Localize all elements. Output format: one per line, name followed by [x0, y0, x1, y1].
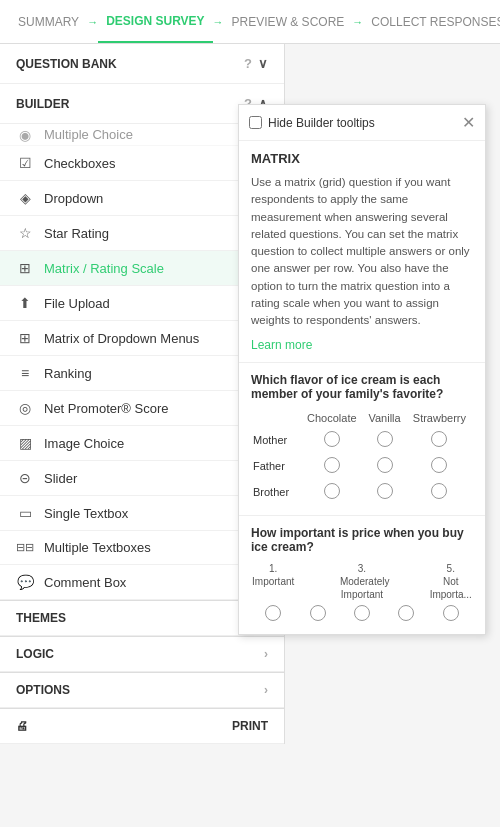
tooltip-body: MATRIX Use a matrix (grid) question if y…	[239, 141, 485, 362]
rating-col-1: 1. Important	[251, 562, 295, 601]
nav-collect[interactable]: COLLECT RESPONSES	[363, 15, 500, 29]
file-upload-icon: ⬆	[16, 295, 34, 311]
sidebar-item-label: Matrix / Rating Scale	[44, 261, 164, 276]
rating-col-5-num: 5.	[429, 562, 473, 575]
question-mark-icon: ?	[244, 56, 252, 71]
multiple-textboxes-icon: ⊟⊟	[16, 541, 34, 554]
nav-arrow-1: →	[87, 16, 98, 28]
nav-arrow-2: →	[213, 16, 224, 28]
options-section[interactable]: OPTIONS ›	[0, 672, 284, 708]
tooltip-description: Use a matrix (grid) question if you want…	[251, 174, 473, 329]
table-row: Mother	[251, 427, 473, 453]
tooltip-header: Hide Builder tooltips ✕	[239, 105, 485, 141]
rating-col-2	[296, 562, 340, 601]
rating-col-3: 3. Moderately Important	[340, 562, 384, 601]
radio-father-straw[interactable]	[431, 457, 447, 473]
matrix-dropdown-icon: ⊞	[16, 330, 34, 346]
print-section[interactable]: 🖨 PRINT	[0, 708, 284, 744]
nav-arrow-3: →	[352, 16, 363, 28]
top-nav: SUMMARY → DESIGN SURVEY → PREVIEW & SCOR…	[0, 0, 500, 44]
sidebar-item-label: Comment Box	[44, 575, 126, 590]
hide-tooltips-checkbox[interactable]	[249, 116, 262, 129]
matrix-icon: ⊞	[16, 260, 34, 276]
nav-summary[interactable]: SUMMARY	[10, 15, 87, 29]
learn-more-link[interactable]: Learn more	[251, 338, 312, 352]
options-chevron-icon: ›	[264, 683, 268, 697]
checkboxes-icon: ☑	[16, 155, 34, 171]
rating-col-5-label: Not Importa...	[429, 575, 473, 601]
image-choice-icon: ▨	[16, 435, 34, 451]
single-textbox-icon: ▭	[16, 505, 34, 521]
radio-brother-straw[interactable]	[431, 483, 447, 499]
matrix-row-brother: Brother	[251, 479, 300, 505]
rating-radio-4[interactable]	[398, 605, 414, 621]
rating-col-4	[384, 562, 428, 601]
matrix-preview-table: Chocolate Vanilla Strawberry Mother Fath…	[251, 409, 473, 505]
sidebar-item-label: Multiple Choice	[44, 127, 133, 142]
main-layout: QUESTION BANK ? ∨ BUILDER ? ∧ ◉ Multiple…	[0, 44, 500, 744]
sidebar-item-label: Single Textbox	[44, 506, 128, 521]
radio-father-choc[interactable]	[324, 457, 340, 473]
rating-preview-question: How important is price when you buy ice …	[251, 526, 473, 554]
rating-radio-row	[251, 605, 473, 624]
question-bank-header[interactable]: QUESTION BANK ? ∨	[0, 44, 284, 84]
sidebar-item-label: File Upload	[44, 296, 110, 311]
tooltip-popup: Hide Builder tooltips ✕ MATRIX Use a mat…	[238, 104, 486, 635]
radio-mother-choc[interactable]	[324, 431, 340, 447]
close-icon[interactable]: ✕	[462, 113, 475, 132]
nav-design-survey[interactable]: DESIGN SURVEY	[98, 0, 212, 43]
rating-radio-1[interactable]	[265, 605, 281, 621]
rating-col-1-num: 1.	[251, 562, 295, 575]
sidebar-item-label: Checkboxes	[44, 156, 116, 171]
rating-radio-3[interactable]	[354, 605, 370, 621]
matrix-row-father: Father	[251, 453, 300, 479]
rating-col-1-label: Important	[251, 575, 295, 588]
matrix-empty-header	[251, 409, 300, 427]
rating-col-3-label: Moderately Important	[340, 575, 384, 601]
radio-mother-straw[interactable]	[431, 431, 447, 447]
matrix-col-chocolate: Chocolate	[300, 409, 363, 427]
ranking-icon: ≡	[16, 365, 34, 381]
star-icon: ☆	[16, 225, 34, 241]
sidebar-item-label: Matrix of Dropdown Menus	[44, 331, 199, 346]
radio-brother-van[interactable]	[377, 483, 393, 499]
rating-radio-5[interactable]	[443, 605, 459, 621]
print-icon: 🖨	[16, 719, 28, 733]
sidebar-item-label: Star Rating	[44, 226, 109, 241]
hide-tooltips-label: Hide Builder tooltips	[268, 116, 375, 130]
nav-preview[interactable]: PREVIEW & SCORE	[224, 15, 353, 29]
radio-brother-choc[interactable]	[324, 483, 340, 499]
tooltip-title: MATRIX	[251, 151, 473, 166]
print-label: PRINT	[232, 719, 268, 733]
sidebar-item-label: Dropdown	[44, 191, 103, 206]
table-row: Father	[251, 453, 473, 479]
sidebar-item-label: Net Promoter® Score	[44, 401, 168, 416]
chevron-down-icon: ∨	[258, 56, 268, 71]
rating-col-5: 5. Not Importa...	[429, 562, 473, 601]
sidebar-item-label: Multiple Textboxes	[44, 540, 151, 555]
sidebar-item-label: Ranking	[44, 366, 92, 381]
rating-preview-section: How important is price when you buy ice …	[239, 515, 485, 634]
dropdown-icon: ◈	[16, 190, 34, 206]
logic-section[interactable]: LOGIC ›	[0, 636, 284, 672]
sidebar-item-label: Image Choice	[44, 436, 124, 451]
radio-father-van[interactable]	[377, 457, 393, 473]
rating-radio-2[interactable]	[310, 605, 326, 621]
comment-box-icon: 💬	[16, 574, 34, 590]
logic-chevron-icon: ›	[264, 647, 268, 661]
themes-label: THEMES	[16, 611, 66, 625]
matrix-preview-section: Which flavor of ice cream is each member…	[239, 362, 485, 515]
builder-label: BUILDER	[16, 97, 69, 111]
logic-label: LOGIC	[16, 647, 54, 661]
matrix-preview-question: Which flavor of ice cream is each member…	[251, 373, 473, 401]
sidebar-item-label: Slider	[44, 471, 77, 486]
matrix-col-strawberry: Strawberry	[406, 409, 473, 427]
table-row: Brother	[251, 479, 473, 505]
radio-mother-van[interactable]	[377, 431, 393, 447]
rating-column-labels: 1. Important 3. Moderately Important 5. …	[251, 562, 473, 601]
options-label: OPTIONS	[16, 683, 70, 697]
slider-icon: ⊝	[16, 470, 34, 486]
multiple-choice-icon: ◉	[16, 127, 34, 143]
rating-col-3-num: 3.	[340, 562, 384, 575]
nps-icon: ◎	[16, 400, 34, 416]
